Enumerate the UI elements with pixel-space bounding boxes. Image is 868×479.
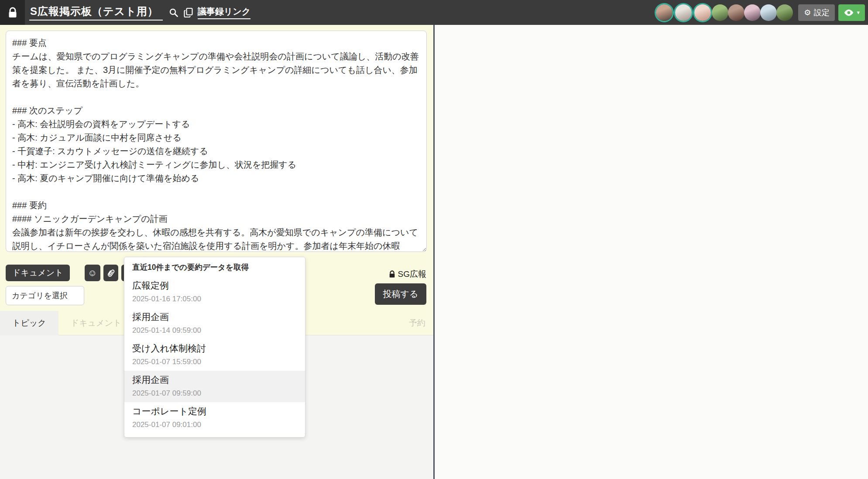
dropdown-header: 直近10件までの要約データを取得 — [124, 259, 305, 276]
dropdown-item-title: 広報定例 — [132, 280, 297, 291]
lock-icon — [8, 7, 17, 18]
paperclip-icon — [106, 268, 115, 278]
post-button[interactable]: 投稿する — [375, 283, 426, 305]
summary-textarea[interactable]: ### 要点 チームは、愛知県でのプログラミングキャンプの準備や会社説明会の計画… — [6, 31, 427, 252]
search-icon[interactable] — [169, 8, 178, 17]
dropdown-item-datetime: 2025-01-07 09:59:00 — [132, 389, 297, 398]
avatar[interactable] — [656, 4, 672, 21]
dropdown-item-datetime: 2025-01-07 15:59:00 — [132, 358, 297, 366]
board-name: SG広報 — [398, 269, 426, 280]
dropdown-item-datetime: 2025-01-14 09:59:00 — [132, 326, 297, 335]
board-visibility-label: SG広報 — [389, 269, 426, 280]
right-pane — [435, 25, 868, 479]
watch-toggle-button[interactable]: ▾ — [838, 4, 865, 21]
dropdown-item[interactable]: 採用企画 2025-01-07 09:59:00 — [124, 371, 305, 402]
dropdown-item[interactable]: 採用企画 2025-01-14 09:59:00 — [124, 308, 305, 339]
avatar[interactable] — [744, 4, 761, 21]
chevron-down-icon: ▾ — [857, 10, 860, 15]
avatar[interactable] — [675, 4, 692, 21]
category-select-input[interactable] — [6, 286, 84, 305]
app-window: S広報掲示板（テスト用） 議事録リンク ⚙設定 — [0, 0, 868, 479]
dropdown-item-title: コーポレート定例 — [132, 406, 297, 417]
dropdown-item[interactable]: 広報定例 2025-01-16 17:05:00 — [124, 276, 305, 308]
dropdown-item[interactable]: コーポレート定例 2025-01-07 09:01:00 — [124, 402, 305, 434]
attachment-button[interactable] — [103, 265, 118, 281]
dropdown-item-datetime: 2025-01-16 17:05:00 — [132, 295, 297, 303]
summary-dropdown-menu: 直近10件までの要約データを取得 広報定例 2025-01-16 17:05:0… — [124, 257, 305, 438]
dropdown-item-title: 受け入れ体制検討 — [132, 343, 297, 354]
avatar[interactable] — [712, 4, 728, 21]
dropdown-item[interactable]: 受け入れ体制検討 2025-01-07 15:59:00 — [124, 339, 305, 371]
avatar[interactable] — [694, 4, 711, 21]
tab-reservation[interactable]: 予約 — [409, 311, 433, 335]
avatar-group — [655, 4, 793, 21]
copy-icon[interactable] — [184, 7, 193, 18]
dropdown-item-title: 採用企画 — [132, 374, 297, 386]
avatar[interactable] — [760, 4, 777, 21]
dropdown-item-datetime: 2025-01-07 09:01:00 — [132, 420, 297, 429]
dropdown-item-title: 採用企画 — [132, 311, 297, 323]
board-title-link[interactable]: S広報掲示板（テスト用） — [29, 4, 163, 21]
tab-document[interactable]: ドキュメント — [58, 311, 134, 335]
board-lock-box — [0, 0, 25, 25]
gear-icon: ⚙ — [804, 8, 811, 17]
settings-button[interactable]: ⚙設定 — [798, 4, 835, 21]
minutes-link[interactable]: 議事録リンク — [198, 6, 250, 19]
document-button[interactable]: ドキュメント — [6, 265, 70, 281]
header-bar: S広報掲示板（テスト用） 議事録リンク ⚙設定 — [0, 0, 868, 25]
emoji-button[interactable]: ☺ — [85, 265, 100, 281]
avatar[interactable] — [728, 4, 744, 21]
eye-icon — [844, 9, 854, 16]
smiley-icon: ☺ — [88, 268, 97, 278]
lock-icon — [389, 270, 395, 278]
tab-topic[interactable]: トピック — [0, 311, 58, 335]
avatar[interactable] — [776, 4, 793, 21]
settings-label: 設定 — [813, 7, 829, 18]
